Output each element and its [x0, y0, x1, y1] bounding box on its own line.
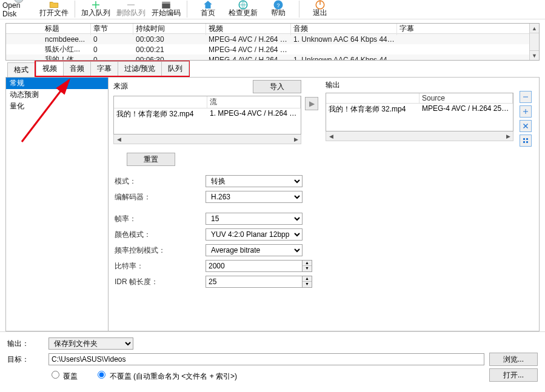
queue-col-duration[interactable]: 持续时间: [133, 23, 206, 35]
sidebar-item-motion[interactable]: 动态预测: [6, 89, 108, 101]
open-disk-label: Open Disk: [2, 1, 35, 18]
add-queue-button[interactable]: 加入队列: [79, 0, 112, 18]
output-source-cell[interactable]: MPEG-4 AVC / H.264 25.00: [420, 104, 513, 115]
svg-rect-14: [526, 141, 528, 143]
table-row[interactable]: 我的！体...000:06:30MPEG-4 AVC / H.264 25.0.…: [6, 55, 539, 61]
plus-icon: [90, 0, 101, 8]
source-file-cell[interactable]: 我的！体育老师 32.mp4: [114, 108, 207, 120]
start-encode-button[interactable]: 开始编码: [150, 0, 182, 18]
table-row[interactable]: ncmbdeee...000:00:30MPEG-4 AVC / H.264 2…: [6, 34, 539, 44]
folder-icon: [48, 0, 59, 8]
idr-spinner[interactable]: ▲▼: [303, 276, 312, 288]
queue-col-video[interactable]: 视频: [206, 23, 291, 35]
spin-up-icon[interactable]: ▲: [303, 276, 312, 282]
sidebar-item-general[interactable]: 常规: [6, 78, 108, 89]
queue-col-title[interactable]: 标题: [42, 23, 91, 35]
queue-vscrollbar[interactable]: ▲ ▼: [529, 24, 539, 60]
bottom-panel: 输出： 保存到文件夹 目标： 浏览... 覆盖 不覆盖 (自动重命名为 <文件名…: [0, 331, 545, 388]
scroll-down-icon[interactable]: ▼: [530, 50, 539, 60]
open-disk-button[interactable]: Open Disk: [2, 0, 35, 18]
transfer-right-button[interactable]: ▶: [305, 97, 318, 110]
remove-queue-label: 删除队列: [116, 8, 145, 18]
queue-col-chapter[interactable]: 章节: [91, 23, 133, 35]
open-file-button[interactable]: 打开文件: [38, 0, 70, 18]
queue-col-audio[interactable]: 音频: [291, 23, 397, 35]
no-overwrite-radio[interactable]: 不覆盖 (自动重命名为 <文件名 + 索引>): [95, 369, 237, 382]
help-button[interactable]: ? 帮助: [262, 0, 295, 18]
source-label: 来源: [113, 81, 128, 91]
source-listbox[interactable]: 流 我的！体育老师 32.mp4 1. MPEG-4 AVC / H.264 2…: [113, 96, 301, 135]
target-path-input[interactable]: [48, 353, 484, 365]
tab-format[interactable]: 格式: [7, 62, 35, 77]
output-column: 输出 Source 我的！体育老师 32.mp4 MPEG-4 AVC / H.…: [326, 80, 513, 141]
svg-rect-4: [162, 2, 170, 4]
spin-up-icon[interactable]: ▲: [303, 261, 312, 266]
tab-video[interactable]: 视频: [36, 61, 64, 76]
delete-output-button[interactable]: [520, 120, 532, 132]
target-label: 目标：: [7, 354, 44, 365]
tab-filter-preview[interactable]: 过滤/预览: [118, 61, 162, 76]
exit-button[interactable]: 退出: [304, 0, 336, 18]
tab-queue[interactable]: 队列: [161, 61, 189, 76]
output-actions: [517, 80, 534, 147]
globe-icon: [238, 0, 249, 8]
fps-select[interactable]: 15: [206, 213, 303, 225]
svg-rect-2: [127, 4, 135, 5]
scroll-up-icon[interactable]: ▲: [530, 24, 539, 33]
reset-button[interactable]: 重置: [127, 153, 175, 166]
queue-col-subtitle[interactable]: 字幕: [397, 23, 539, 35]
idr-label: IDR 帧长度：: [115, 277, 206, 287]
browse-button[interactable]: 浏览...: [489, 353, 538, 366]
mode-select[interactable]: 转换: [206, 175, 303, 187]
bitrate-input[interactable]: [206, 260, 303, 272]
fps-label: 帧率：: [115, 214, 206, 224]
svg-rect-11: [523, 138, 525, 140]
source-col-stream[interactable]: 流: [207, 96, 301, 108]
source-hscrollbar[interactable]: ◀▶: [113, 135, 301, 144]
bitrate-label: 比特率：: [115, 261, 206, 271]
spin-down-icon[interactable]: ▼: [303, 282, 312, 287]
toolbar-separator: [75, 1, 75, 18]
open-button[interactable]: 打开...: [489, 368, 538, 382]
settings-body: 常规 动态预测 量化 来源 导入 流 我的！体育老师 32.mp4 1.: [5, 77, 540, 331]
add-output-button[interactable]: [520, 105, 532, 118]
tab-audio[interactable]: 音频: [63, 61, 91, 76]
overwrite-radio[interactable]: 覆盖: [48, 369, 78, 382]
queue-col-blank[interactable]: [6, 27, 42, 30]
remove-queue-button[interactable]: 删除队列: [115, 0, 147, 18]
codec-label: 编解码器：: [115, 192, 206, 202]
color-select[interactable]: YUV 4:2:0 Planar 12bpp: [206, 228, 303, 241]
help-icon: ?: [273, 0, 284, 8]
source-col-file[interactable]: [114, 96, 207, 108]
spin-down-icon[interactable]: ▼: [303, 266, 312, 271]
output-mode-label: 输出：: [7, 339, 44, 349]
codec-select[interactable]: H.263: [206, 191, 303, 203]
mode-label: 模式：: [115, 176, 206, 187]
remove-output-button[interactable]: [520, 91, 532, 103]
output-col-source[interactable]: Source: [420, 93, 513, 103]
tab-subtitle[interactable]: 字幕: [90, 61, 118, 76]
queue-body[interactable]: ncmbdeee...000:00:30MPEG-4 AVC / H.264 2…: [6, 34, 539, 61]
grid-output-button[interactable]: [520, 135, 532, 147]
source-stream-cell[interactable]: 1. MPEG-4 AVC / H.264 25.00 H: [207, 108, 301, 120]
output-listbox[interactable]: Source 我的！体育老师 32.mp4 MPEG-4 AVC / H.264…: [326, 93, 513, 131]
power-icon: [315, 0, 326, 8]
check-update-button[interactable]: 检查更新: [227, 0, 259, 18]
rate-select[interactable]: Average bitrate: [206, 244, 303, 256]
table-row[interactable]: 狐妖小红...000:00:21MPEG-4 AVC / H.264 25.0.…: [6, 44, 539, 55]
svg-rect-9: [319, 1, 321, 5]
output-mode-select[interactable]: 保存到文件夹: [48, 337, 133, 350]
idr-input[interactable]: [206, 276, 303, 288]
home-button[interactable]: 首页: [192, 0, 224, 18]
source-column: 来源 导入 流 我的！体育老师 32.mp4 1. MPEG-4 AVC / H…: [113, 80, 301, 144]
chevron-right-icon: ▶: [309, 99, 315, 108]
output-col-file[interactable]: [326, 93, 420, 103]
output-file-cell[interactable]: 我的！体育老师 32.mp4: [326, 104, 420, 115]
output-hscrollbar[interactable]: ◀▶: [326, 131, 513, 141]
import-button[interactable]: 导入: [253, 80, 301, 93]
highlighted-tab-group: 视频 音频 字幕 过滤/预览 队列: [35, 60, 190, 77]
sidebar-item-quant[interactable]: 量化: [6, 101, 108, 112]
start-encode-label: 开始编码: [152, 8, 181, 18]
minus-icon: [125, 0, 136, 8]
bitrate-spinner[interactable]: ▲▼: [303, 260, 312, 272]
